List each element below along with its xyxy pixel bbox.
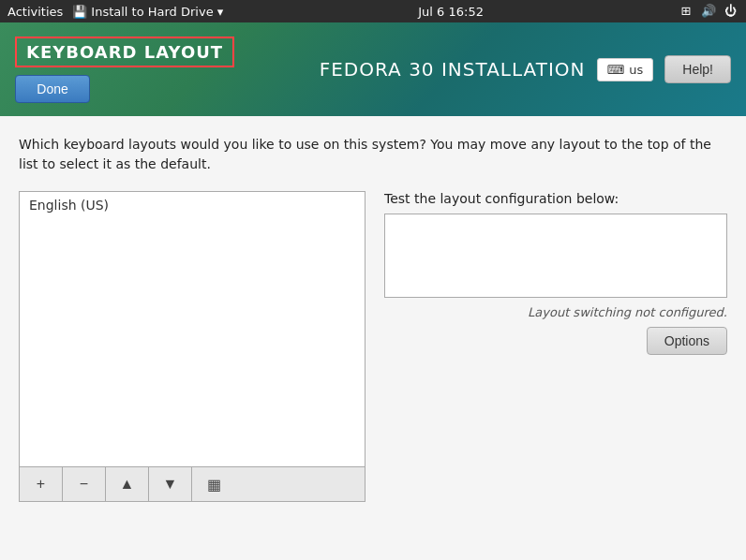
layout-list-container: English (US) + − ▲ ▼ ▦ — [19, 191, 366, 502]
help-button[interactable]: Help! — [664, 55, 731, 83]
list-item[interactable]: English (US) — [20, 192, 365, 218]
done-button[interactable]: Done — [15, 75, 90, 103]
fedora-title: FEDORA 30 INSTALLATION — [320, 58, 586, 81]
remove-layout-button[interactable]: − — [63, 467, 106, 501]
layout-section: English (US) + − ▲ ▼ ▦ Test the layout c… — [19, 191, 727, 502]
move-down-button[interactable]: ▼ — [149, 467, 192, 501]
keyboard-icon: ⌨ — [607, 63, 625, 77]
language-badge[interactable]: ⌨ us — [597, 58, 654, 81]
app-header: KEYBOARD LAYOUT Done FEDORA 30 INSTALLAT… — [0, 22, 746, 116]
add-layout-button[interactable]: + — [20, 467, 63, 501]
layout-toolbar: + − ▲ ▼ ▦ — [19, 467, 366, 502]
keyboard-layout-title: KEYBOARD LAYOUT — [15, 37, 234, 67]
layout-switching-note: Layout switching not configured. — [384, 305, 727, 319]
header-left: KEYBOARD LAYOUT Done — [15, 37, 234, 103]
test-area-container: Test the layout configuration below: Lay… — [384, 191, 727, 502]
chevron-down-icon: ▾ — [217, 5, 224, 19]
layout-test-input[interactable] — [384, 214, 727, 298]
system-bar: Activities 💾 Install to Hard Drive ▾ Jul… — [0, 0, 746, 22]
lang-code-label: us — [629, 63, 643, 77]
description-line2: list to select it as the default. — [19, 156, 211, 171]
description-text: Which keyboard layouts would you like to… — [19, 135, 727, 174]
header-right: FEDORA 30 INSTALLATION ⌨ us Help! — [320, 55, 731, 83]
app-name-label: Install to Hard Drive — [91, 5, 213, 19]
layout-list[interactable]: English (US) — [19, 191, 366, 467]
main-content: Which keyboard layouts would you like to… — [0, 116, 746, 560]
options-button[interactable]: Options — [647, 327, 727, 355]
system-bar-center: Jul 6 16:52 — [418, 5, 484, 19]
activities-link[interactable]: Activities — [7, 5, 63, 19]
preview-layout-button[interactable]: ▦ — [192, 467, 235, 501]
sound-icon[interactable]: 🔊 — [701, 4, 716, 19]
system-bar-left: Activities 💾 Install to Hard Drive ▾ — [7, 5, 223, 19]
power-icon[interactable]: ⏻ — [724, 4, 739, 19]
datetime-label: Jul 6 16:52 — [418, 5, 484, 19]
network-icon[interactable]: ⊞ — [679, 4, 694, 19]
test-area-label: Test the layout configuration below: — [384, 191, 727, 206]
move-up-button[interactable]: ▲ — [106, 467, 149, 501]
install-to-hd-menu[interactable]: 💾 Install to Hard Drive ▾ — [72, 5, 223, 19]
system-bar-right: ⊞ 🔊 ⏻ — [679, 4, 739, 19]
description-line1: Which keyboard layouts would you like to… — [19, 137, 711, 152]
hdd-icon: 💾 — [72, 5, 87, 19]
